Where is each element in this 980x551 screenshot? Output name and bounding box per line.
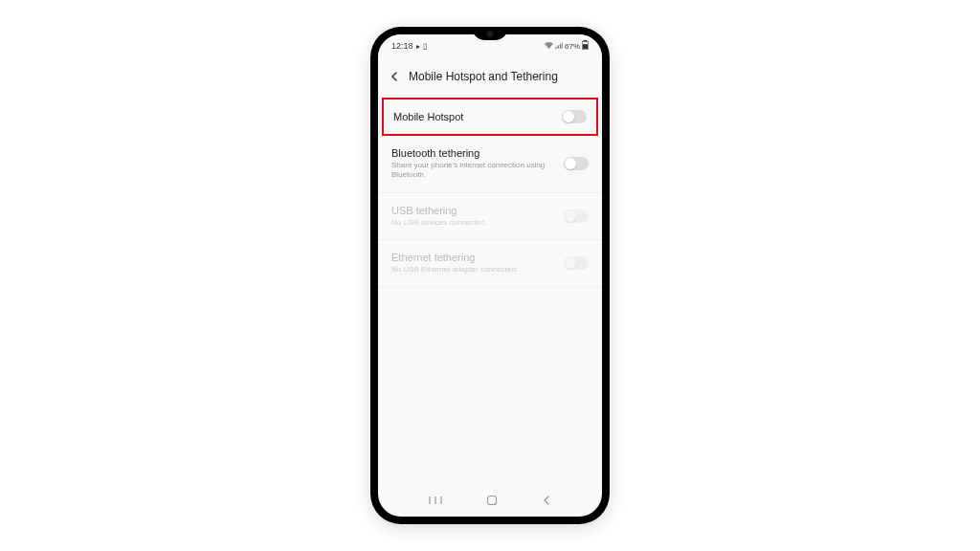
setting-title: Bluetooth tethering — [391, 147, 564, 159]
home-icon[interactable] — [486, 493, 498, 510]
svg-rect-2 — [583, 44, 588, 49]
setting-subtitle: Share your phone's internet connection u… — [391, 161, 564, 181]
setting-title: Ethernet tethering — [391, 252, 564, 263]
setting-title: Mobile Hotspot — [393, 111, 562, 122]
recents-icon[interactable] — [429, 493, 442, 510]
wifi-icon — [545, 42, 553, 51]
setting-text: Mobile Hotspot — [393, 111, 562, 122]
status-left: 12:18 ▸ ▯ — [391, 41, 427, 51]
setting-mobile-hotspot[interactable]: Mobile Hotspot — [382, 98, 598, 136]
phone-frame: 12:18 ▸ ▯ 67% Mobile Hotspot — [370, 27, 610, 524]
setting-subtitle: No USB devices connected. — [391, 218, 564, 228]
toggle-mobile-hotspot[interactable] — [562, 110, 587, 123]
setting-text: Bluetooth tethering Share your phone's i… — [391, 147, 564, 181]
setting-text: Ethernet tethering No USB Ethernet adapt… — [391, 252, 564, 275]
setting-text: USB tethering No USB devices connected. — [391, 205, 564, 228]
signal-icon — [555, 42, 563, 51]
back-icon[interactable] — [390, 68, 399, 85]
setting-subtitle: No USB Ethernet adapter connected. — [391, 265, 564, 275]
header: Mobile Hotspot and Tethering — [378, 57, 602, 96]
video-icon: ▸ — [416, 42, 420, 51]
settings-list: Mobile Hotspot Bluetooth tethering Share… — [378, 98, 602, 288]
page-title: Mobile Hotspot and Tethering — [409, 70, 558, 83]
screen: 12:18 ▸ ▯ 67% Mobile Hotspot — [378, 34, 602, 517]
setting-ethernet-tethering: Ethernet tethering No USB Ethernet adapt… — [378, 240, 602, 287]
navigation-bar — [378, 486, 602, 517]
setting-usb-tethering: USB tethering No USB devices connected. — [378, 193, 602, 240]
status-right: 67% — [545, 40, 589, 52]
toggle-ethernet-tethering — [564, 256, 589, 270]
svg-rect-6 — [488, 496, 497, 505]
toggle-bluetooth-tethering[interactable] — [564, 157, 589, 170]
nav-back-icon[interactable] — [542, 493, 551, 510]
setting-bluetooth-tethering[interactable]: Bluetooth tethering Share your phone's i… — [378, 136, 602, 193]
status-time: 12:18 — [391, 41, 413, 51]
battery-icon — [582, 40, 589, 52]
setting-title: USB tethering — [391, 205, 564, 216]
battery-percent: 67% — [565, 42, 580, 51]
card-icon: ▯ — [423, 42, 427, 51]
toggle-usb-tethering — [564, 209, 589, 223]
